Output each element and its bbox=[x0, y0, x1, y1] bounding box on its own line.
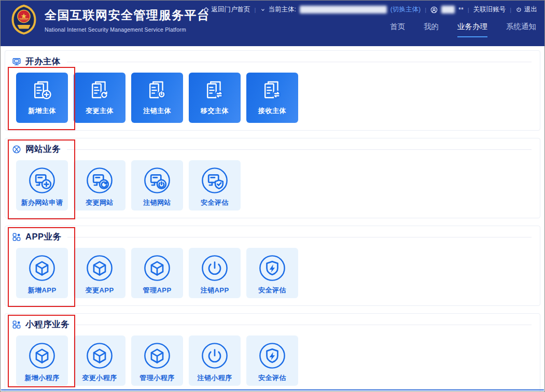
card-label: 注销网站 bbox=[143, 198, 171, 207]
section-divider bbox=[67, 149, 532, 150]
platform-title: 全国互联网安全管理服务平台 bbox=[45, 7, 210, 23]
power-circle-icon bbox=[201, 254, 229, 282]
website-shield-icon bbox=[201, 166, 229, 194]
section-title: 网站业务 bbox=[25, 144, 61, 155]
brand-text: 全国互联网安全管理服务平台 National Internet Security… bbox=[45, 7, 210, 33]
power-circle-icon bbox=[201, 342, 229, 370]
nav-home[interactable]: 首页 bbox=[390, 22, 405, 37]
card-change-miniprogram[interactable]: 变更小程序 bbox=[74, 335, 125, 386]
card-new-website-application[interactable]: 新办网站申请 bbox=[16, 160, 68, 211]
nav-business-handling[interactable]: 业务办理 bbox=[457, 22, 487, 37]
nav-mine[interactable]: 我的 bbox=[424, 22, 439, 37]
footer-divider bbox=[1, 389, 544, 390]
card-label: 新增APP bbox=[27, 286, 56, 295]
police-badge-logo bbox=[10, 4, 38, 35]
section-website-services: 网站业务新办网站申请变更网站注销网站安全评估 bbox=[5, 138, 540, 218]
card-cancel-app[interactable]: 注销APP bbox=[189, 248, 241, 298]
redacted-entity-name bbox=[300, 6, 387, 13]
card-label: 新增小程序 bbox=[24, 373, 60, 383]
home-icon bbox=[203, 6, 209, 13]
card-security-assessment-app[interactable]: 安全评估 bbox=[246, 248, 298, 298]
card-label: 注销APP bbox=[200, 286, 229, 295]
chevron-down-icon bbox=[260, 7, 266, 13]
current-entity-dropdown[interactable]: 当前主体: bbox=[260, 5, 296, 14]
card-label: 变更APP bbox=[85, 286, 114, 295]
logout-link[interactable]: 退出 bbox=[515, 5, 537, 14]
website-power-icon bbox=[143, 166, 171, 194]
card-add-app[interactable]: 新增APP bbox=[16, 248, 68, 298]
platform-page: 全国互联网安全管理服务平台 National Internet Security… bbox=[0, 0, 545, 392]
section-miniprogram-services: 小程序业务新增小程序变更小程序管理小程序注销小程序安全评估 bbox=[5, 313, 540, 392]
app-cube-icon bbox=[28, 254, 56, 282]
card-label: 安全评估 bbox=[201, 198, 229, 207]
redacted-username bbox=[441, 6, 455, 13]
card-label: 变更主体 bbox=[86, 106, 114, 116]
main-nav: 首页 我的 业务办理 系统通知 bbox=[390, 22, 536, 37]
entity-refresh-icon bbox=[88, 79, 111, 103]
app-cube-icon bbox=[86, 342, 114, 370]
card-security-assessment-miniprogram[interactable]: 安全评估 bbox=[246, 335, 298, 386]
switch-entity-link[interactable]: (切换主体) bbox=[390, 5, 421, 14]
card-label: 安全评估 bbox=[258, 373, 286, 383]
entity-add-icon bbox=[30, 79, 54, 103]
separator: | bbox=[254, 7, 257, 13]
card-cancel-website[interactable]: 注销网站 bbox=[131, 160, 183, 211]
entity-receive-icon bbox=[260, 79, 284, 103]
card-add-miniprogram[interactable]: 新增小程序 bbox=[16, 335, 68, 386]
content-area: 开办主体新增主体变更主体注销主体移交主体接收主体网站业务新办网站申请变更网站注销… bbox=[1, 46, 544, 391]
card-label: 新办网站申请 bbox=[21, 198, 63, 207]
card-row: 新办网站申请变更网站注销网站安全评估 bbox=[16, 160, 534, 211]
grid-icon bbox=[12, 232, 21, 242]
nav-system-notices[interactable]: 系统通知 bbox=[506, 22, 536, 37]
portal-home-label: 返回门户首页 bbox=[212, 5, 250, 14]
card-manage-app[interactable]: 管理APP bbox=[131, 248, 183, 298]
card-row: 新增主体变更主体注销主体移交主体接收主体 bbox=[16, 73, 534, 123]
card-label: 管理小程序 bbox=[139, 373, 175, 383]
masked-username-suffix: ** bbox=[458, 6, 464, 13]
section-app-services: APP业务新增APP变更APP管理APP注销APP安全评估 bbox=[5, 226, 540, 306]
separator: | bbox=[509, 7, 512, 13]
entity-transfer-icon bbox=[203, 79, 227, 103]
globe-icon bbox=[12, 145, 21, 154]
card-label: 变更网站 bbox=[86, 198, 114, 207]
card-row: 新增小程序变更小程序管理小程序注销小程序安全评估 bbox=[16, 335, 534, 386]
section-business-entity: 开办主体新增主体变更主体注销主体移交主体接收主体 bbox=[5, 50, 540, 131]
card-label: 移交主体 bbox=[201, 106, 229, 116]
link-old-account[interactable]: 关联旧账号 bbox=[473, 5, 506, 14]
card-change-entity[interactable]: 变更主体 bbox=[74, 73, 125, 123]
card-add-entity[interactable]: 新增主体 bbox=[16, 73, 68, 123]
top-utility-bar: 返回门户首页 | 当前主体: (切换主体) | ** | 关联旧账号 | 退出 bbox=[203, 5, 537, 14]
app-header: 全国互联网安全管理服务平台 National Internet Security… bbox=[1, 1, 544, 46]
card-label: 变更小程序 bbox=[82, 373, 117, 383]
app-cube-icon bbox=[143, 254, 171, 282]
separator: | bbox=[424, 7, 427, 13]
card-change-app[interactable]: 变更APP bbox=[74, 248, 125, 298]
card-receive-entity[interactable]: 接收主体 bbox=[246, 73, 298, 123]
card-cancel-entity[interactable]: 注销主体 bbox=[131, 73, 183, 123]
section-divider bbox=[67, 237, 532, 237]
card-label: 安全评估 bbox=[258, 286, 286, 295]
card-manage-miniprogram[interactable]: 管理小程序 bbox=[131, 335, 183, 386]
website-refresh-icon bbox=[86, 166, 114, 194]
section-title: 开办主体 bbox=[25, 56, 61, 67]
card-cancel-miniprogram[interactable]: 注销小程序 bbox=[189, 335, 241, 386]
card-row: 新增APP变更APP管理APP注销APP安全评估 bbox=[16, 248, 534, 298]
brand: 全国互联网安全管理服务平台 National Internet Security… bbox=[10, 4, 210, 35]
card-transfer-entity[interactable]: 移交主体 bbox=[189, 73, 241, 123]
app-cube-icon bbox=[86, 254, 114, 282]
card-label: 管理APP bbox=[143, 286, 171, 295]
platform-subtitle: National Internet Security Management Se… bbox=[45, 26, 210, 33]
current-entity-label: 当前主体: bbox=[268, 5, 296, 14]
shield-bolt-icon bbox=[258, 342, 286, 370]
website-add-icon bbox=[28, 166, 56, 194]
card-label: 接收主体 bbox=[258, 106, 286, 116]
entity-power-icon bbox=[145, 79, 169, 103]
section-title: 小程序业务 bbox=[25, 319, 69, 330]
card-security-assessment-website[interactable]: 安全评估 bbox=[189, 160, 241, 211]
portal-home-link[interactable]: 返回门户首页 bbox=[203, 5, 250, 14]
card-label: 注销主体 bbox=[143, 106, 171, 116]
card-change-website[interactable]: 变更网站 bbox=[74, 160, 125, 211]
card-label: 新增主体 bbox=[28, 106, 56, 116]
app-cube-icon bbox=[143, 342, 171, 370]
separator: | bbox=[467, 7, 470, 13]
